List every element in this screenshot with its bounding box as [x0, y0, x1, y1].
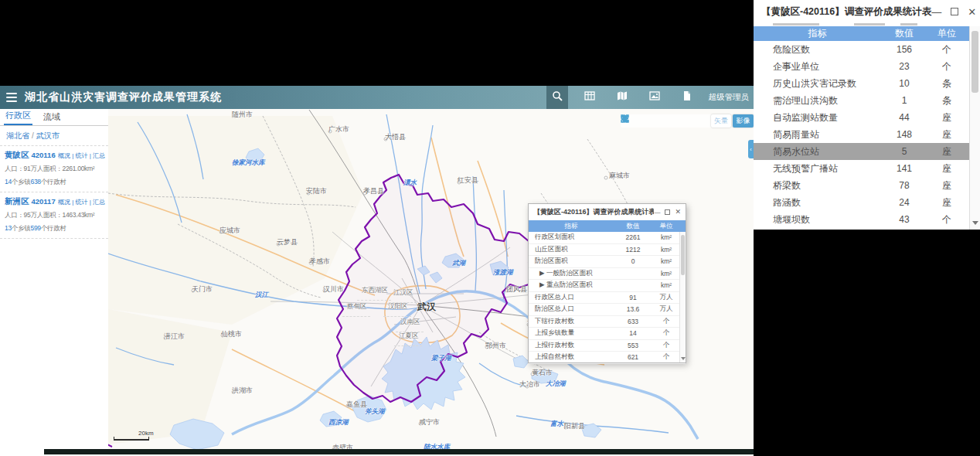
pan-icon[interactable]: [658, 116, 669, 126]
map-label: 麻城市: [609, 171, 630, 181]
popup-column-header: 单位: [652, 222, 680, 231]
map-label: 随州市: [232, 110, 253, 120]
sidebar-tab[interactable]: 流域: [42, 109, 62, 125]
table-row[interactable]: 简易雨量站 148 座: [754, 126, 969, 143]
map-label: 团风县: [506, 284, 527, 294]
close-icon[interactable]: ✕: [968, 7, 976, 17]
report-button[interactable]: [676, 86, 698, 109]
scroll-down-icon[interactable]: [680, 356, 686, 362]
district-code: 420116: [32, 151, 56, 159]
table-row[interactable]: 下辖行政村数 633 个: [529, 316, 686, 328]
zoom-in-icon[interactable]: [635, 116, 645, 126]
district-name[interactable]: 新洲区: [5, 196, 29, 207]
minimize-icon[interactable]: —: [654, 209, 660, 216]
table-row[interactable]: 防治区总人口 13.6 万人: [529, 304, 686, 316]
table-row[interactable]: ▶ 重点防治区面积 km²: [529, 280, 686, 292]
table-row[interactable]: 上报乡镇数量 14 个: [529, 328, 686, 340]
district-towns-villages: 14个乡镇638个行政村: [5, 178, 105, 187]
map-label: 天门市: [192, 284, 213, 294]
window-bottom-edge: [44, 449, 754, 454]
table-row[interactable]: 历史山洪灾害记录数 10 条: [754, 75, 969, 92]
map-label: 咸宁市: [419, 417, 440, 427]
map-label: 汉江: [255, 291, 268, 300]
popup-scrollbar[interactable]: [679, 232, 686, 362]
map-label: 应城市: [219, 226, 240, 236]
close-icon[interactable]: ✕: [675, 209, 681, 216]
map-label: 富水: [550, 420, 563, 429]
search-icon: [552, 90, 563, 104]
table-row[interactable]: 无线预警广播站 141 座: [754, 160, 969, 177]
next-extent-icon[interactable]: [682, 116, 692, 126]
current-user-label[interactable]: 超级管理员: [709, 92, 750, 103]
data-table-button[interactable]: [579, 86, 601, 109]
imagery-icon: [649, 90, 660, 104]
scale-line: [114, 437, 149, 441]
restore-icon[interactable]: [665, 209, 670, 215]
map-button[interactable]: [611, 86, 633, 109]
stats-column-header: 单位: [927, 27, 966, 40]
header-toolbar: 超级管理员: [546, 86, 754, 109]
map-label: 西凉湖: [328, 418, 349, 427]
popup-column-header: 数值: [614, 222, 652, 231]
table-row[interactable]: 上报自然村数 621 个: [529, 352, 686, 364]
table-row[interactable]: ▶ 一般防治区面积 km²: [529, 268, 686, 281]
table-row[interactable]: 桥梁数 78 座: [754, 177, 969, 194]
sidebar-tab[interactable]: 行政区: [4, 109, 32, 125]
basemap-vector-button[interactable]: 矢量: [711, 114, 731, 128]
restore-icon[interactable]: [951, 8, 958, 15]
table-row[interactable]: 需治理山洪沟数 1 条: [754, 92, 969, 109]
map-label: 孝感市: [309, 257, 330, 267]
zoom-out-icon[interactable]: [647, 116, 657, 126]
stats-column-header: 指标: [754, 27, 881, 40]
popup-titlebar[interactable]: 【黄陂区-420116】调查评价成果统计表 — ✕: [529, 204, 686, 220]
stats-column-header: 数值: [881, 27, 927, 40]
table-row[interactable]: 塘堰坝数 43 个: [754, 211, 969, 228]
map-label: 鄂州市: [485, 341, 506, 351]
popup-title: 【黄陂区-420116】调查评价成果统计表: [533, 207, 654, 217]
table-row[interactable]: 危险区数 156 个: [754, 41, 969, 58]
menu-icon[interactable]: [0, 86, 23, 109]
map-label: 仙桃市: [221, 329, 242, 339]
minimize-icon[interactable]: —: [931, 7, 941, 17]
screen: 湖北省山洪灾害调查评价成果管理系统: [0, 0, 980, 456]
basemap-imagery-button[interactable]: 影像: [733, 114, 754, 128]
map-label: 阳新县: [564, 421, 585, 431]
map-icon: [617, 90, 628, 104]
collapse-panel-tab[interactable]: ‹: [748, 140, 754, 158]
district-towns-villages: 13个乡镇599个行政村: [5, 224, 105, 233]
scroll-down-icon[interactable]: [970, 218, 980, 228]
table-row[interactable]: 防治区面积 0 km²: [529, 256, 686, 268]
scrollbar-thumb[interactable]: [971, 31, 978, 93]
sidebar: 行政区流域 湖北省/武汉市 黄陂区 420116 概况 | 统计 | 汇总 人口…: [0, 109, 108, 456]
table-row[interactable]: 上报行政村数 553 个: [529, 340, 686, 352]
scrollbar-thumb[interactable]: [681, 235, 685, 275]
stats-scrollbar[interactable]: [969, 26, 980, 230]
district-pop-area: 人口：95万人面积：1463.43km²: [5, 211, 105, 220]
district-links[interactable]: 概况 | 统计 | 汇总: [58, 151, 105, 160]
breadcrumb-city[interactable]: 武汉市: [36, 131, 60, 140]
previous-extent-icon[interactable]: [670, 116, 680, 126]
scale-label: 20km: [138, 430, 160, 437]
table-row[interactable]: 山丘区面积 1212 km²: [529, 244, 686, 257]
map-label: 云梦县: [277, 237, 298, 247]
table-row[interactable]: 行政区划面积 2261 km²: [529, 232, 686, 244]
breadcrumb-province[interactable]: 湖北省: [6, 131, 29, 140]
stats-table-rows: 危险区数 156 个 企事业单位 23 个 历史山洪灾害记录数 10 条 需治理…: [754, 41, 969, 228]
search-button[interactable]: [546, 86, 568, 109]
breadcrumb: 湖北省/武汉市: [0, 126, 108, 146]
map-label: 黄石市: [532, 368, 553, 378]
table-row[interactable]: 自动监测站数量 44 座: [754, 109, 969, 126]
table-row[interactable]: 行政区总人口 91 万人: [529, 292, 686, 305]
map-label: 潜江市: [164, 332, 185, 342]
district-pop-area: 人口：91万人面积：2261.00km²: [5, 165, 105, 174]
table-row[interactable]: 简易水位站 5 座: [754, 143, 969, 160]
district-links[interactable]: 概况 | 统计 | 汇总: [58, 198, 105, 206]
table-row[interactable]: 路涵数 24 座: [754, 194, 969, 211]
map-label: 武湖: [452, 259, 465, 268]
imagery-button[interactable]: [644, 86, 665, 109]
district-name[interactable]: 黄陂区: [5, 150, 29, 161]
stats-titlebar[interactable]: 【黄陂区-420116】调查评价成果统计表 — ✕: [754, 0, 980, 23]
table-row[interactable]: 企事业单位 23 个: [754, 58, 969, 75]
select-icon[interactable]: [693, 116, 703, 126]
survey-stats-dialog: 【黄陂区-420116】调查评价成果统计表 — ✕ 指标数值单位 危险区数 15…: [754, 0, 980, 230]
